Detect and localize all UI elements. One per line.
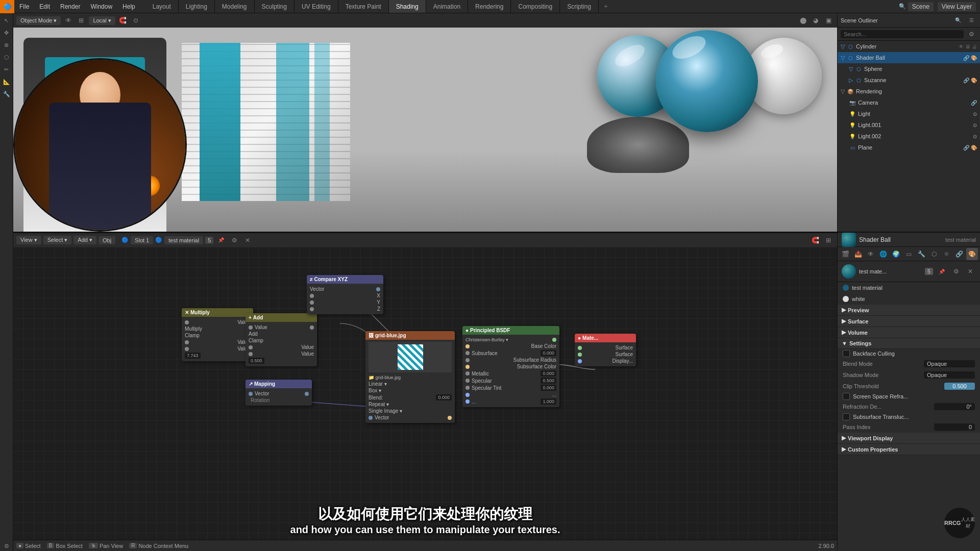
outliner-options-icon[interactable]: ☰ — [966, 15, 977, 26]
proportional-edit-icon[interactable]: ⊙ — [130, 15, 141, 26]
principled-bsdf-node[interactable]: ● Principled BSDF Christensen-Burley ▾ B… — [462, 326, 559, 407]
outliner-item-light001[interactable]: 💡 Light.001 ⊙ — [838, 119, 980, 131]
section-surface[interactable]: ▶ Surface — [838, 316, 980, 327]
sidebar-tool-3[interactable]: ⊕ — [2, 40, 12, 50]
outliner-item-camera[interactable]: 📷 Camera 🔗 — [838, 97, 980, 108]
menu-render[interactable]: Render — [55, 0, 85, 13]
props-constraints-icon[interactable]: 🔗 — [953, 248, 965, 260]
outliner-item-cylinder[interactable]: ▽ ⬡ Cylinder 👁 🖥 🖨 — [838, 41, 980, 52]
node-material-pin[interactable]: 📌 — [215, 235, 227, 246]
section-preview[interactable]: ▶ Preview — [838, 305, 980, 316]
outliner-filter-icon[interactable]: 🔍 — [952, 15, 964, 26]
outliner-item-sphere[interactable]: ▽ ⬡ Sphere — [838, 63, 980, 74]
tab-modeling[interactable]: Modeling — [215, 0, 255, 13]
node-material-selector[interactable]: test material — [164, 236, 203, 244]
node-select-dropdown[interactable]: Select ▾ — [43, 236, 72, 244]
sidebar-tool-2[interactable]: ✥ — [2, 28, 12, 38]
node-layout-icon[interactable]: ⊞ — [823, 235, 834, 246]
sidebar-tool-7[interactable]: 🔧 — [2, 89, 12, 99]
material-unlink-icon[interactable]: ✕ — [965, 266, 976, 277]
backface-culling-row[interactable]: Backface Culling — [838, 349, 980, 358]
object-mode-dropdown[interactable]: Object Mode ▾ — [16, 16, 61, 25]
scene-selector[interactable]: Scene — [908, 2, 934, 11]
sidebar-settings[interactable]: ⚙ — [2, 541, 12, 551]
tab-lighting[interactable]: Lighting — [179, 0, 215, 13]
menu-help[interactable]: Help — [117, 0, 140, 13]
menu-file[interactable]: File — [14, 0, 34, 13]
props-material-icon[interactable]: 🎨 — [966, 248, 978, 260]
sidebar-tool-1[interactable]: ↖ — [2, 15, 12, 26]
props-particles-icon[interactable]: ⬡ — [928, 248, 940, 260]
node-material-close[interactable]: ✕ — [242, 235, 253, 246]
section-viewport-display[interactable]: ▶ Viewport Display — [838, 433, 980, 444]
section-settings[interactable]: ▼ Settings — [838, 338, 980, 349]
section-custom-properties[interactable]: ▶ Custom Properties — [838, 444, 980, 455]
tab-animation[interactable]: Animation — [426, 0, 468, 13]
image-texture-node[interactable]: 🖼 grid-blue.jpg 📁 grid-blue.jpg Linear ▾… — [365, 331, 455, 423]
menu-window[interactable]: Window — [85, 0, 117, 13]
viewport-solid-icon[interactable]: ⬤ — [797, 15, 808, 26]
transform-orient-dropdown[interactable]: Local ▾ — [89, 16, 115, 25]
outliner-item-shader-ball[interactable]: ▽ ⬡ Shader Ball 🔗 🎨 — [838, 52, 980, 63]
section-volume[interactable]: ▶ Volume — [838, 327, 980, 338]
node-add-dropdown[interactable]: Add ▾ — [74, 236, 96, 244]
material-output-node[interactable]: ● Mate... Surface Surface Display... — [575, 334, 636, 366]
subsurface-transluc-checkbox[interactable] — [843, 413, 850, 420]
sidebar-tool-5[interactable]: ✏ — [2, 64, 12, 74]
tab-rendering[interactable]: Rendering — [468, 0, 511, 13]
menu-edit[interactable]: Edit — [34, 0, 55, 13]
material-list-item-white[interactable]: white — [838, 293, 980, 305]
node-snap-icon[interactable]: 🧲 — [810, 235, 821, 246]
view-layer-selector[interactable]: View Layer — [938, 2, 976, 11]
tab-uv-editing[interactable]: UV Editing — [295, 0, 338, 13]
viewport-render-icon[interactable]: ▣ — [823, 15, 834, 26]
props-view-icon[interactable]: 👁 — [865, 248, 877, 260]
tab-texture-paint[interactable]: Texture Paint — [338, 0, 389, 13]
viewport-overlay-icon[interactable]: 👁 — [63, 15, 74, 26]
props-render-icon[interactable]: 🎬 — [840, 248, 851, 260]
add-node[interactable]: + Add Value Add Clamp Value Value 0.500 — [246, 313, 317, 366]
subsurface-transluc-row[interactable]: Subsurface Transluc... — [838, 412, 980, 421]
outliner-item-light[interactable]: 💡 Light ⊙ — [838, 108, 980, 119]
blend-mode-dropdown[interactable]: Opaque — [924, 360, 975, 367]
node-material-options[interactable]: ⚙ — [229, 235, 240, 246]
tab-sculpting[interactable]: Sculpting — [255, 0, 295, 13]
tab-shading[interactable]: Shading — [389, 0, 426, 13]
clip-threshold-input[interactable]: 0.500 — [944, 383, 975, 390]
refraction-depth-value[interactable]: 0° — [934, 403, 975, 410]
sidebar-tool-6[interactable]: 📐 — [2, 77, 12, 87]
backface-culling-checkbox[interactable] — [843, 350, 850, 357]
material-pin-icon[interactable]: 📌 — [936, 266, 947, 277]
mapping-node[interactable]: ↗ Mapping Vector Rotation — [246, 380, 312, 406]
outliner-filter-btn[interactable]: ⚙ — [966, 29, 977, 40]
node-view-dropdown[interactable]: View ▾ — [16, 236, 41, 244]
compare-xyz-node[interactable]: ≠ Compare XYZ Vector X Y Z — [307, 275, 383, 314]
shadow-mode-dropdown[interactable]: Opaque — [924, 371, 975, 379]
outliner-item-suzanne[interactable]: ▷ ⬡ Suzanne 🔗 🎨 — [838, 74, 980, 86]
sidebar-tool-4[interactable]: ⬡ — [2, 52, 12, 62]
material-list-item-test[interactable]: test material — [838, 282, 980, 293]
tab-scripting[interactable]: Scripting — [560, 0, 599, 13]
props-physics-icon[interactable]: ⚛ — [941, 248, 953, 260]
outliner-item-rendering[interactable]: ▽ 📦 Rendering — [838, 86, 980, 97]
screen-space-refra-checkbox[interactable] — [843, 393, 850, 400]
viewport-xray-icon[interactable]: ⊞ — [76, 15, 87, 26]
props-output-icon[interactable]: 📤 — [852, 248, 864, 260]
viewport-material-icon[interactable]: ◕ — [810, 15, 821, 26]
props-object-icon[interactable]: ▭ — [903, 248, 915, 260]
props-world-icon[interactable]: 🌍 — [890, 248, 902, 260]
tab-compositing[interactable]: Compositing — [511, 0, 560, 13]
material-options-icon[interactable]: ⚙ — [950, 266, 962, 277]
snap-icon[interactable]: 🧲 — [117, 15, 129, 26]
pass-index-value[interactable]: 0 — [934, 423, 975, 431]
tab-layout[interactable]: Layout — [145, 0, 179, 13]
outliner-item-plane[interactable]: ▭ Plane 🔗 🎨 — [838, 142, 980, 153]
multiply-node[interactable]: ✕ Multiply Value Multiply Clamp Value Va… — [182, 308, 253, 361]
props-modifier-icon[interactable]: 🔧 — [916, 248, 927, 260]
screen-space-refra-row[interactable]: Screen Space Refra... — [838, 392, 980, 401]
add-workspace-button[interactable]: ＋ — [599, 0, 613, 13]
props-scene-icon[interactable]: 🌐 — [877, 248, 889, 260]
node-object-dropdown[interactable]: Obj — [99, 236, 115, 244]
outliner-item-light002[interactable]: 💡 Light.002 ⊙ — [838, 131, 980, 142]
outliner-search-input[interactable] — [841, 30, 964, 38]
